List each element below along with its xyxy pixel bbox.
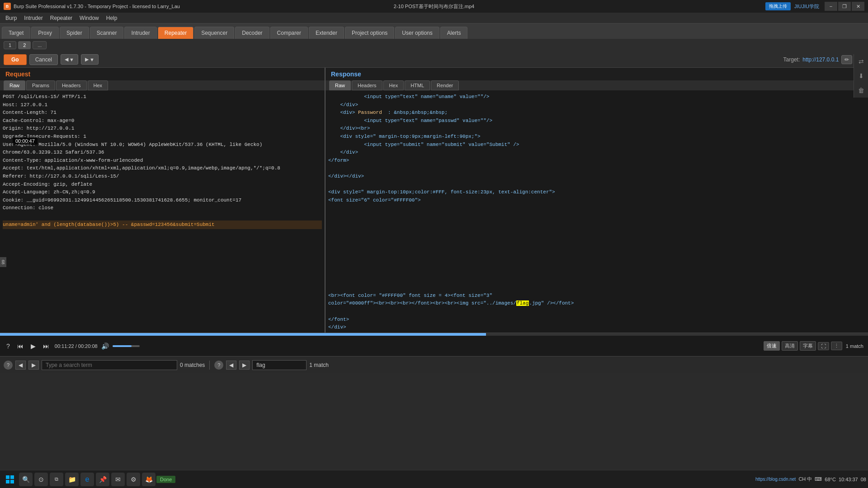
resp-line10 — [328, 164, 865, 173]
search-right-prev-button[interactable]: ◀ — [226, 361, 236, 370]
tab-scanner[interactable]: Scanner — [90, 27, 124, 39]
target-info: Target: http://127.0.0.1 ✏ ? — [783, 55, 864, 64]
resp-line9: </form> — [328, 157, 865, 165]
play-button[interactable]: ▶ — [29, 342, 38, 351]
response-tab-headers[interactable]: Headers — [352, 80, 382, 90]
repeater-tab-1[interactable]: 1 — [4, 41, 16, 49]
resp-line20 — [328, 244, 865, 252]
request-tab-params[interactable]: Params — [26, 80, 55, 90]
step-forward-button[interactable]: ⏭ — [41, 342, 51, 351]
resp-line11: </div></div> — [328, 173, 865, 181]
tab-sequencer[interactable]: Sequencer — [194, 27, 234, 39]
response-tab-html[interactable]: HTML — [405, 80, 430, 90]
tab-decoder[interactable]: Decoder — [235, 27, 269, 39]
search-help-right[interactable]: ? — [214, 361, 223, 370]
go-button[interactable]: Go — [4, 54, 27, 65]
menu-burp[interactable]: Burp — [2, 14, 20, 22]
request-content[interactable]: POST /sqli/Less-15/ HTTP/1.1 Host: 127.0… — [0, 90, 325, 333]
tab-comparer[interactable]: Comparer — [270, 27, 308, 39]
taskbar-settings[interactable]: ⚙ — [127, 473, 140, 486]
taskbar-taskview[interactable]: ⧉ — [50, 473, 63, 486]
side-panel: ⇄ ⬇ 🗑 — [854, 54, 868, 98]
request-tab-raw[interactable]: Raw — [4, 80, 25, 90]
hd-button[interactable]: 高清 — [782, 341, 798, 351]
tab-target[interactable]: Target — [2, 27, 30, 39]
req-line12: Accept-Encoding: gzip, deflate — [3, 181, 322, 189]
jiujiu-label: JIUJIU学院 — [794, 3, 819, 10]
start-button[interactable] — [2, 471, 18, 488]
volume-icon: 🔊 — [101, 343, 109, 350]
match-count-right: 1 match — [309, 362, 329, 368]
response-content[interactable]: <input type="text" name="uname" value=""… — [326, 90, 868, 333]
response-header: Response — [326, 68, 868, 80]
resp-line27: color="#0000ff"><br><br><br></font><br><… — [328, 300, 865, 308]
search-prev-button[interactable]: ◀ — [15, 361, 26, 370]
progress-track[interactable] — [0, 333, 868, 336]
response-tabs: Raw Headers Hex HTML Render — [326, 80, 868, 90]
taskbar-email[interactable]: ✉ — [111, 473, 125, 486]
tab-user-options[interactable]: User options — [395, 27, 439, 39]
resp-line3: <div> Password : &nbsp;&nbsp;&nbsp; — [328, 109, 865, 117]
minimize-button[interactable]: − — [825, 2, 837, 11]
search-right-next-button[interactable]: ▶ — [239, 361, 250, 370]
request-tab-headers[interactable]: Headers — [56, 80, 87, 90]
request-tab-hex[interactable]: Hex — [88, 80, 108, 90]
more-button[interactable]: ⋮ — [831, 342, 842, 350]
subtitle-button[interactable]: 字幕 — [800, 341, 816, 351]
fullscreen-button[interactable]: ⛶ — [818, 342, 829, 350]
req-line4: Cache-Control: max-age=0 — [3, 117, 322, 125]
taskbar-search[interactable]: 🔍 — [19, 473, 33, 486]
menu-intruder[interactable]: Intruder — [20, 14, 46, 22]
taskbar-browser[interactable]: 🦊 — [142, 473, 156, 486]
response-tab-hex[interactable]: Hex — [383, 80, 404, 90]
menu-repeater[interactable]: Repeater — [47, 14, 76, 22]
taskbar-edge[interactable]: e — [80, 473, 94, 486]
side-share-icon[interactable]: ⇄ — [856, 56, 867, 67]
search-help-left[interactable]: ? — [4, 361, 13, 370]
search-input-right[interactable] — [252, 360, 307, 370]
volume-slider[interactable] — [113, 345, 140, 347]
side-download-icon[interactable]: ⬇ — [856, 70, 867, 81]
taskbar-cortana[interactable]: ⊙ — [34, 473, 48, 486]
tab-project-options[interactable]: Project options — [345, 27, 394, 39]
response-tab-raw[interactable]: Raw — [329, 80, 351, 90]
prev-button[interactable]: ◀ ▼ — [61, 54, 78, 65]
taskbar-date: 08 — [861, 477, 866, 482]
speed-button[interactable]: 倍速 — [764, 341, 780, 351]
taskbar-pin1[interactable]: 📌 — [96, 473, 109, 486]
cancel-button[interactable]: Cancel — [29, 54, 58, 65]
taskbar-files[interactable]: 📁 — [65, 473, 79, 486]
video-bar: ? ⏮ ▶ ⏭ 00:11:22 / 00:20:08 🔊 倍速 高清 字幕 ⛶… — [0, 333, 868, 356]
resp-line26: <br><font color= "#FFFF00" font size = 4… — [328, 292, 865, 300]
search-input-left[interactable] — [42, 360, 177, 370]
jiujiu-upload-badge[interactable]: 拖拽上传 — [765, 2, 791, 10]
taskbar: 🔍 ⊙ ⧉ 📁 e 📌 ✉ ⚙ 🦊 Done https://blog.csdn… — [0, 470, 868, 488]
restore-button[interactable]: ❐ — [838, 2, 851, 11]
tab-alerts[interactable]: Alerts — [440, 27, 468, 39]
menu-window[interactable]: Window — [76, 14, 103, 22]
req-line14: Cookie: __guid=96992031.1249914456265118… — [3, 197, 322, 205]
side-delete-icon[interactable]: 🗑 — [856, 85, 867, 96]
step-back-button[interactable]: ⏮ — [15, 342, 25, 351]
search-next-button[interactable]: ▶ — [28, 361, 39, 370]
edit-target-button[interactable]: ✏ — [841, 55, 852, 64]
req-line2: Host: 127.0.0.1 — [3, 101, 322, 109]
response-tab-render[interactable]: Render — [431, 80, 459, 90]
menu-help[interactable]: Help — [103, 14, 121, 22]
req-line1: POST /sqli/Less-15/ HTTP/1.1 — [3, 93, 322, 101]
repeater-tab-more[interactable]: ... — [33, 41, 47, 49]
tab-repeater[interactable]: Repeater — [158, 27, 193, 39]
window-controls: − ❐ ✕ — [825, 2, 864, 11]
repeater-tab-2[interactable]: 2 — [18, 41, 31, 49]
left-edge-badge[interactable]: 68 — [0, 257, 6, 267]
tab-spider[interactable]: Spider — [60, 27, 89, 39]
resp-line29: </font> — [328, 316, 865, 324]
next-button[interactable]: ▶ ▼ — [81, 54, 99, 65]
resp-line21 — [328, 252, 865, 260]
tab-proxy[interactable]: Proxy — [31, 27, 59, 39]
help-button[interactable]: ? — [5, 342, 12, 351]
close-button[interactable]: ✕ — [852, 2, 864, 11]
tab-intruder[interactable]: Intruder — [124, 27, 156, 39]
tab-extender[interactable]: Extender — [309, 27, 344, 39]
resp-line5: </div><br> — [328, 125, 865, 133]
